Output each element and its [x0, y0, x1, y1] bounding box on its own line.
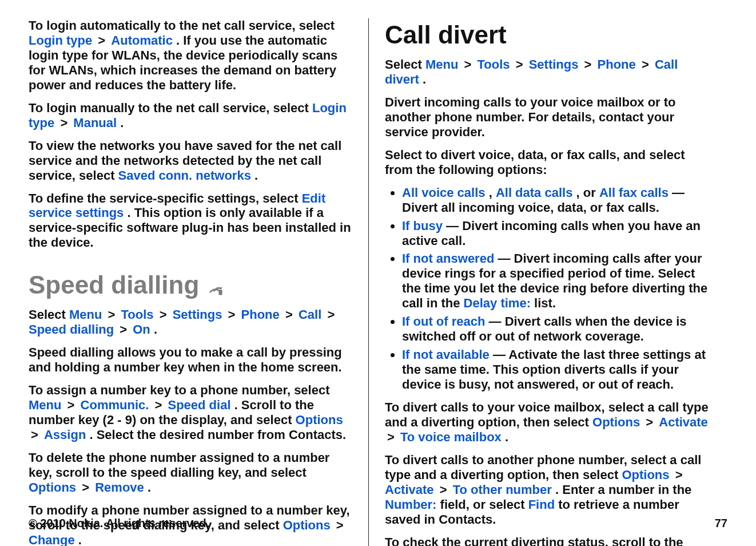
text: .: [120, 116, 124, 130]
text: ,: [489, 185, 496, 200]
text: Select: [385, 57, 425, 72]
menu-item: Options: [29, 480, 76, 494]
text: To delete the phone number assigned to a…: [29, 450, 329, 480]
svg-rect-0: [219, 290, 222, 295]
separator: >: [643, 415, 655, 429]
menu-item: Saved conn. networks: [118, 168, 251, 183]
menu-item: Assign: [44, 428, 86, 442]
separator: >: [673, 468, 685, 482]
paragraph: To check the current diverting status, s…: [385, 535, 709, 546]
paragraph: To define the service-specific settings,…: [29, 191, 352, 251]
menu-item: Manual: [73, 116, 117, 130]
menu-item: Menu: [425, 57, 458, 72]
menu-item: Activate: [659, 415, 708, 429]
options-list: All voice calls , All data calls , or Al…: [385, 185, 709, 392]
paragraph: Divert incoming calls to your voice mail…: [385, 95, 709, 140]
text: .: [505, 430, 508, 444]
separator: >: [117, 322, 129, 337]
menu-item: Phone: [241, 307, 280, 322]
text: To define the service-specific settings,…: [29, 191, 302, 205]
menu-item: Activate: [385, 482, 434, 497]
paragraph: Speed dialling allows you to make a call…: [29, 345, 352, 375]
separator: >: [226, 307, 238, 322]
paragraph: To divert calls to another phone number,…: [385, 453, 709, 527]
list-item: If not available — Activate the last thr…: [402, 347, 709, 392]
page-footer: © 2010 Nokia. All rights reserved. 77: [29, 517, 727, 530]
separator: >: [385, 430, 397, 444]
separator: >: [96, 33, 108, 48]
menu-item: Communic.: [81, 398, 149, 412]
menu-item: Find: [528, 497, 555, 512]
text: To login manually to the net call servic…: [29, 101, 312, 115]
heading-speed-dialling: Speed dialling: [29, 271, 352, 299]
menu-item: Call: [299, 307, 321, 322]
text: To login automatically to the net call s…: [29, 18, 335, 33]
separator: >: [283, 307, 295, 322]
list-item: If out of reach — Divert calls when the …: [402, 314, 709, 344]
paragraph: Select to divert voice, data, or fax cal…: [385, 148, 709, 177]
separator: >: [106, 307, 118, 322]
paragraph: To divert calls to your voice mailbox, s…: [385, 400, 709, 445]
menu-item: Tools: [121, 307, 154, 322]
menu-item: Menu: [29, 398, 61, 412]
paragraph: To login automatically to the net call s…: [29, 18, 352, 93]
separator: >: [639, 57, 651, 72]
text: .: [423, 72, 426, 86]
copyright-text: © 2010 Nokia. All rights reserved.: [29, 517, 209, 530]
menu-item: Options: [592, 415, 640, 429]
menu-item: Settings: [173, 307, 222, 322]
menu-item: Menu: [69, 307, 102, 322]
menu-path: Select Menu > Tools > Settings > Phone >…: [385, 57, 709, 87]
separator: >: [58, 116, 70, 130]
text: .: [78, 533, 82, 546]
menu-item: Options: [622, 468, 669, 482]
menu-item: Delay time:: [464, 296, 531, 310]
separator: >: [29, 428, 41, 442]
text: — Divert incoming calls when you have an…: [402, 219, 701, 248]
heading-text: Speed dialling: [29, 271, 199, 299]
separator: >: [157, 307, 169, 322]
text: . Enter a number in the: [555, 482, 691, 497]
separator: >: [462, 57, 474, 72]
paragraph: To view the networks you have saved for …: [29, 139, 352, 183]
left-column: To login automatically to the net call s…: [29, 18, 369, 546]
text: .: [154, 322, 157, 337]
menu-item: Phone: [598, 57, 636, 72]
list-item: If busy — Divert incoming calls when you…: [402, 219, 709, 248]
menu-item: All fax calls: [599, 185, 669, 200]
menu-item: Login type: [29, 33, 92, 48]
menu-item: Options: [296, 413, 343, 427]
paragraph: To assign a number key to a phone number…: [29, 383, 352, 442]
separator: >: [514, 57, 526, 72]
text: . Select the desired number from Contact…: [89, 428, 346, 442]
separator: >: [582, 57, 594, 72]
menu-item: On: [133, 322, 150, 337]
text: , or: [576, 185, 599, 200]
separator: >: [79, 480, 91, 494]
menu-item: Tools: [478, 57, 510, 72]
separator: >: [437, 482, 449, 497]
text: field, or select: [440, 497, 528, 512]
paragraph: To delete the phone number assigned to a…: [29, 450, 352, 495]
text: To assign a number key to a phone number…: [29, 383, 330, 397]
menu-item: All voice calls: [402, 185, 486, 200]
menu-item: Change: [29, 533, 75, 546]
menu-item: Number:: [385, 497, 436, 512]
text: To check the current diverting status, s…: [385, 535, 683, 546]
menu-item: If not available: [402, 347, 490, 362]
heading-call-divert: Call divert: [385, 21, 709, 49]
menu-item: Remove: [95, 480, 144, 494]
text: list.: [534, 296, 556, 310]
menu-item: If busy: [402, 219, 443, 233]
page-number: 77: [715, 517, 727, 530]
separator: >: [325, 307, 337, 322]
menu-item: All data calls: [496, 185, 573, 200]
menu-item: Speed dialling: [29, 322, 114, 337]
speed-dial-icon: [206, 275, 225, 295]
list-item: All voice calls , All data calls , or Al…: [402, 185, 709, 215]
text: Select: [29, 307, 69, 322]
menu-item: Speed dial: [168, 398, 230, 412]
menu-item: Settings: [529, 57, 579, 72]
menu-item: To voice mailbox: [400, 430, 502, 444]
menu-item: To other number: [453, 482, 552, 497]
